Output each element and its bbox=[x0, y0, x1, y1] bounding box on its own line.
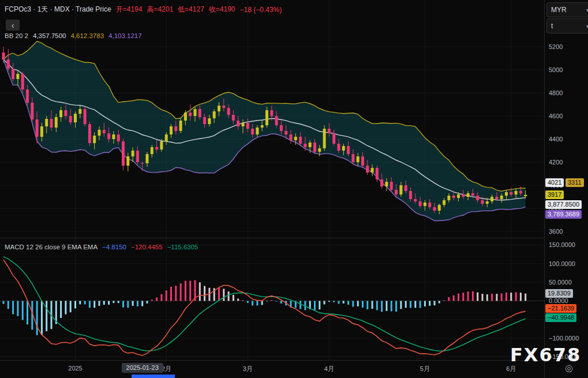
ohlc-change: −18 (−0.43%) bbox=[240, 6, 282, 14]
axis-tick-label: 5200 bbox=[549, 43, 563, 50]
price-label-badge: 3,789.3689 bbox=[545, 210, 582, 219]
price-label-badge: −40.9948 bbox=[545, 313, 576, 322]
axis-tick-label: 0.0000 bbox=[549, 297, 568, 304]
axis-tick-label: 5000 bbox=[549, 66, 563, 73]
trading-chart-app: FCPOc3 · 1天 · MDX · Trade Price 开=4194 高… bbox=[0, 0, 588, 378]
time-axis-label: 3月 bbox=[243, 365, 253, 373]
bb-upper-value: 4,612.3783 bbox=[70, 32, 104, 39]
ohlc-low: 低=4127 bbox=[178, 5, 204, 14]
back-arrow-icon: ‹ bbox=[12, 21, 14, 30]
macd-hist-value: −4.8150 bbox=[102, 244, 126, 250]
axis-tick-label: −100.0000 bbox=[549, 335, 579, 342]
unit-label: t bbox=[551, 22, 553, 30]
axis-tick-label: 50.0000 bbox=[549, 279, 572, 286]
currency-dropdown[interactable]: MYR ▾ bbox=[546, 2, 588, 17]
price-label-badge: −21.1639 bbox=[545, 304, 576, 313]
bb-indicator-legend[interactable]: BB 20 2 4,357.7500 4,612.3783 4,103.1217 bbox=[5, 32, 142, 39]
macd-histogram bbox=[3, 280, 527, 335]
macd-pane[interactable] bbox=[0, 238, 544, 360]
price-scale-axis[interactable]: MYR ▾ t ▾ 520050004800460044004200400038… bbox=[544, 0, 588, 378]
back-button[interactable]: ‹ bbox=[6, 20, 20, 31]
bb-fill bbox=[3, 42, 526, 221]
ohlc-close: 收=4190 bbox=[209, 5, 235, 14]
time-axis-label: 4月 bbox=[324, 365, 334, 373]
axis-tick-label: 4200 bbox=[549, 159, 563, 166]
axis-tick-label: 4800 bbox=[549, 89, 563, 96]
scroll-position-bar[interactable] bbox=[132, 375, 175, 378]
currency-label: MYR bbox=[551, 6, 567, 14]
price-label-badge: 3311 bbox=[565, 178, 584, 187]
price-label-badge: 3917 bbox=[545, 190, 564, 199]
time-axis-label: 5月 bbox=[420, 365, 430, 373]
axis-tick-label: 4400 bbox=[549, 136, 563, 143]
time-axis[interactable]: 2025-01-23 20252月3月4月5月6月 bbox=[0, 360, 544, 378]
ohlc-high: 高=4201 bbox=[147, 5, 173, 14]
crosshair-target-icon[interactable]: ◎ bbox=[564, 363, 574, 373]
ohlc-open: 开=4194 bbox=[116, 5, 143, 14]
macd-signal-value: −115.6305 bbox=[167, 244, 199, 250]
bb-title: BB 20 2 bbox=[5, 32, 28, 39]
pane-separator[interactable] bbox=[0, 238, 544, 238]
price-label-badge: 4021 bbox=[545, 178, 564, 187]
unit-dropdown[interactable]: t ▾ bbox=[546, 18, 588, 33]
symbol-header: FCPOc3 · 1天 · MDX · Trade Price 开=4194 高… bbox=[5, 5, 282, 14]
price-label-badge: 19.8309 bbox=[545, 289, 573, 298]
axis-tick-label: 100.0000 bbox=[549, 260, 575, 267]
crosshair-date-label: 2025-01-23 bbox=[122, 363, 163, 373]
macd-line bbox=[3, 260, 526, 355]
axis-tick-label: 3600 bbox=[549, 228, 563, 235]
time-axis-label: 6月 bbox=[506, 365, 516, 373]
macd-indicator-legend[interactable]: MACD 12 26 close 9 EMA EMA −4.8150 −120.… bbox=[5, 244, 198, 250]
bb-lower-value: 4,103.1217 bbox=[108, 32, 142, 39]
axis-tick-label: 4600 bbox=[549, 113, 563, 119]
time-axis-label: 2025 bbox=[68, 365, 82, 372]
macd-signal-line bbox=[3, 257, 526, 351]
price-label-badge: 3,877.8500 bbox=[545, 200, 582, 209]
axis-tick-label: 150.0000 bbox=[549, 241, 575, 248]
symbol-title[interactable]: FCPOc3 · 1天 · MDX · Trade Price bbox=[5, 5, 111, 14]
macd-line-value: −120.4455 bbox=[131, 244, 163, 250]
macd-title: MACD 12 26 close 9 EMA EMA bbox=[5, 244, 98, 250]
bb-basis-value: 4,357.7500 bbox=[33, 32, 66, 39]
